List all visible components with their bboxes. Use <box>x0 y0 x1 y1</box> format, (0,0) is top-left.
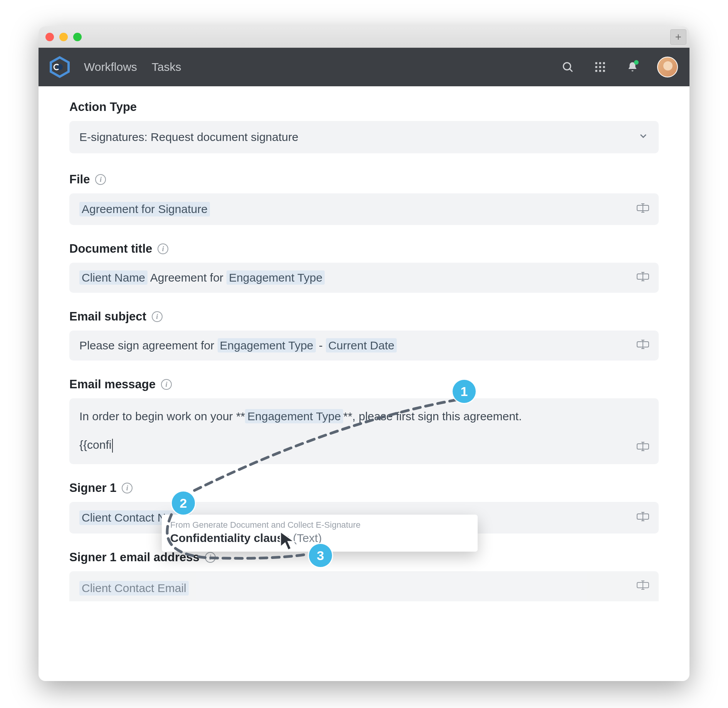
apps-grid-icon[interactable] <box>592 59 608 75</box>
maximize-window-icon[interactable] <box>73 33 82 41</box>
file-label: File i <box>69 173 659 186</box>
email-message-typed: {{confi <box>79 438 111 451</box>
notifications-icon[interactable] <box>625 59 640 75</box>
insert-variable-icon[interactable] <box>636 441 649 454</box>
insert-variable-icon[interactable] <box>636 203 649 216</box>
new-tab-button[interactable]: + <box>670 29 686 45</box>
document-title-field[interactable]: Client Name Agreement for Engagement Typ… <box>69 263 659 293</box>
search-icon[interactable] <box>560 59 575 75</box>
mouse-cursor-icon <box>278 530 297 553</box>
autocomplete-source: From Generate Document and Collect E-Sig… <box>170 520 469 530</box>
action-type-value: E-signatures: Request document signature <box>79 131 299 144</box>
email-message-line2: {{confi <box>79 438 113 453</box>
svg-line-3 <box>570 69 572 72</box>
insert-variable-icon[interactable] <box>636 580 649 593</box>
email-subject-label: Email subject i <box>69 310 659 324</box>
variable-chip: Engagement Type <box>226 270 325 285</box>
top-navigation: Workflows Tasks <box>39 48 689 86</box>
insert-variable-icon[interactable] <box>636 271 649 284</box>
signer1-email-label-text: Signer 1 email address <box>69 550 200 564</box>
email-message-label: Email message i <box>69 377 659 391</box>
email-subject-mid: - <box>316 339 326 352</box>
email-message-field[interactable]: In order to begin work on your **Engagem… <box>69 398 659 464</box>
svg-point-2 <box>564 63 571 70</box>
signer1-label: Signer 1 i <box>69 481 659 495</box>
variable-chip: Engagement Type <box>245 409 343 423</box>
signer1-label-text: Signer 1 <box>69 481 116 495</box>
email-subject-label-text: Email subject <box>69 310 146 324</box>
email-message-line1: In order to begin work on your **Engagem… <box>79 410 522 423</box>
user-avatar[interactable] <box>657 57 678 77</box>
nav-actions <box>560 57 678 77</box>
autocomplete-item-name: Confidentiality clause <box>170 532 290 544</box>
notification-dot-icon <box>634 60 639 65</box>
nav-links: Workflows Tasks <box>84 60 181 74</box>
nav-tasks[interactable]: Tasks <box>152 60 181 74</box>
text-cursor-icon <box>112 439 113 453</box>
svg-rect-4 <box>595 62 597 64</box>
window-controls <box>45 33 82 41</box>
info-icon[interactable]: i <box>152 311 163 322</box>
variable-chip: Current Date <box>326 338 397 352</box>
insert-variable-icon[interactable] <box>636 511 649 524</box>
file-field[interactable]: Agreement for Signature <box>69 193 659 225</box>
info-icon[interactable]: i <box>158 243 168 254</box>
signer1-email-label: Signer 1 email address i <box>69 550 659 564</box>
signer1-email-field[interactable]: Client Contact Email <box>69 571 659 601</box>
info-icon[interactable]: i <box>205 552 216 563</box>
minimize-window-icon[interactable] <box>59 33 68 41</box>
svg-rect-12 <box>603 70 605 72</box>
svg-rect-10 <box>595 70 597 72</box>
action-type-label-text: Action Type <box>69 100 137 114</box>
info-icon[interactable]: i <box>161 379 172 390</box>
close-window-icon[interactable] <box>45 33 54 41</box>
svg-rect-5 <box>599 62 601 64</box>
window-titlebar: + <box>39 26 689 48</box>
autocomplete-item[interactable]: Confidentiality clause (Text) <box>170 532 469 545</box>
email-subject-field[interactable]: Please sign agreement for Engagement Typ… <box>69 331 659 361</box>
annotation-callout-2: 2 <box>172 492 195 515</box>
svg-rect-11 <box>599 70 601 72</box>
svg-rect-9 <box>603 66 605 68</box>
info-icon[interactable]: i <box>122 483 133 493</box>
document-title-label-text: Document title <box>69 242 152 256</box>
info-icon[interactable]: i <box>95 174 106 185</box>
insert-variable-icon[interactable] <box>636 339 649 352</box>
action-type-label: Action Type <box>69 100 659 114</box>
svg-rect-6 <box>603 62 605 64</box>
email-message-text: In order to begin work on your ** <box>79 410 245 423</box>
variable-chip: Agreement for Signature <box>79 202 210 216</box>
svg-rect-7 <box>595 66 597 68</box>
nav-workflows[interactable]: Workflows <box>84 60 137 74</box>
email-message-text: **, please first sign this agreement. <box>343 410 522 423</box>
email-subject-pre: Please sign agreement for <box>79 339 218 352</box>
variable-chip: Engagement Type <box>218 338 316 352</box>
email-message-label-text: Email message <box>69 377 156 391</box>
variable-chip: Client Name <box>79 270 148 285</box>
action-type-select[interactable]: E-signatures: Request document signature <box>69 121 659 153</box>
svg-rect-8 <box>599 66 601 68</box>
annotation-callout-3: 3 <box>309 544 332 567</box>
document-title-mid: Agreement for <box>148 271 226 284</box>
annotation-callout-1: 1 <box>453 380 476 403</box>
document-title-label: Document title i <box>69 242 659 256</box>
app-window: + Workflows Tasks <box>39 26 689 681</box>
app-logo-icon[interactable] <box>49 56 71 78</box>
variable-chip: Client Contact Email <box>79 581 189 596</box>
chevron-down-icon <box>638 131 649 144</box>
file-label-text: File <box>69 173 90 186</box>
